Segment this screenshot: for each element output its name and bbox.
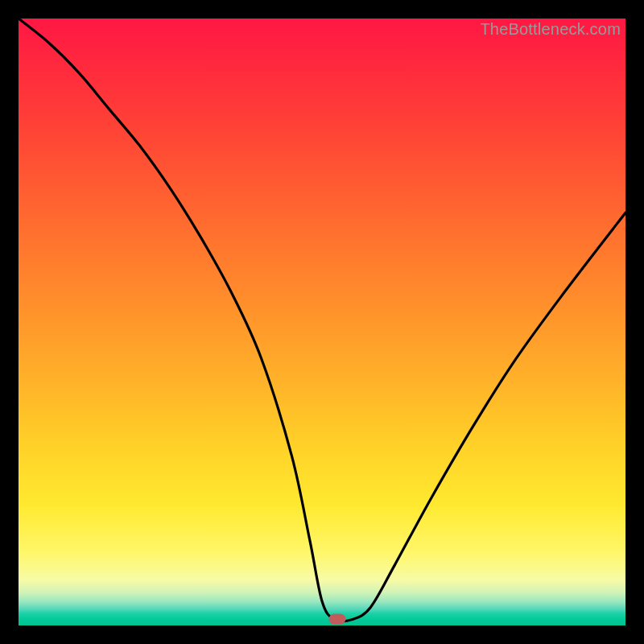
- plot-area: TheBottleneck.com: [19, 19, 625, 625]
- bottleneck-curve-path: [19, 19, 625, 621]
- bottleneck-marker: [328, 614, 345, 625]
- chart-frame: TheBottleneck.com: [0, 0, 644, 644]
- curve-svg: [19, 19, 625, 625]
